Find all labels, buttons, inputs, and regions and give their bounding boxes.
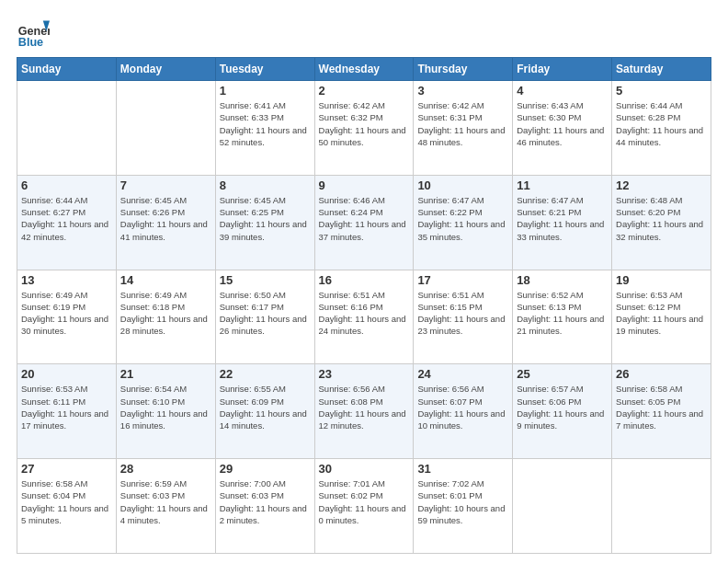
day-info: Sunrise: 6:49 AMSunset: 6:19 PMDaylight:… bbox=[21, 289, 112, 338]
day-number: 23 bbox=[319, 367, 410, 381]
calendar-cell: 9Sunrise: 6:46 AMSunset: 6:24 PMDaylight… bbox=[314, 175, 414, 270]
weekday-header: Sunday bbox=[17, 58, 117, 81]
day-number: 17 bbox=[417, 273, 508, 287]
day-info: Sunrise: 6:58 AMSunset: 6:04 PMDaylight:… bbox=[21, 477, 112, 526]
calendar-cell: 18Sunrise: 6:52 AMSunset: 6:13 PMDayligh… bbox=[513, 270, 612, 364]
calendar-cell: 23Sunrise: 6:56 AMSunset: 6:08 PMDayligh… bbox=[314, 364, 414, 459]
day-info: Sunrise: 6:56 AMSunset: 6:07 PMDaylight:… bbox=[417, 383, 508, 431]
weekday-header: Wednesday bbox=[314, 58, 414, 81]
calendar-week-row: 6Sunrise: 6:44 AMSunset: 6:27 PMDaylight… bbox=[17, 175, 711, 270]
calendar-cell: 29Sunrise: 7:00 AMSunset: 6:03 PMDayligh… bbox=[215, 459, 314, 554]
weekday-header: Friday bbox=[513, 58, 612, 81]
page: General Blue SundayMondayTuesdayWednesda… bbox=[0, 0, 728, 563]
day-number: 22 bbox=[220, 367, 311, 381]
day-number: 14 bbox=[120, 273, 211, 287]
calendar-cell: 22Sunrise: 6:55 AMSunset: 6:09 PMDayligh… bbox=[215, 364, 314, 459]
calendar-table: SundayMondayTuesdayWednesdayThursdayFrid… bbox=[17, 57, 711, 554]
calendar-cell: 27Sunrise: 6:58 AMSunset: 6:04 PMDayligh… bbox=[17, 459, 117, 554]
calendar-cell: 11Sunrise: 6:47 AMSunset: 6:21 PMDayligh… bbox=[513, 175, 612, 270]
day-info: Sunrise: 6:52 AMSunset: 6:13 PMDaylight:… bbox=[517, 289, 608, 338]
calendar-cell bbox=[513, 459, 612, 554]
calendar-cell: 30Sunrise: 7:01 AMSunset: 6:02 PMDayligh… bbox=[314, 459, 414, 554]
day-number: 26 bbox=[616, 367, 707, 381]
day-number: 11 bbox=[517, 178, 608, 192]
day-info: Sunrise: 6:53 AMSunset: 6:11 PMDaylight:… bbox=[21, 383, 112, 431]
day-info: Sunrise: 6:57 AMSunset: 6:06 PMDaylight:… bbox=[517, 383, 608, 431]
calendar-cell: 24Sunrise: 6:56 AMSunset: 6:07 PMDayligh… bbox=[414, 364, 513, 459]
calendar-cell: 17Sunrise: 6:51 AMSunset: 6:15 PMDayligh… bbox=[414, 270, 513, 364]
calendar-cell: 25Sunrise: 6:57 AMSunset: 6:06 PMDayligh… bbox=[513, 364, 612, 459]
day-info: Sunrise: 6:51 AMSunset: 6:15 PMDaylight:… bbox=[417, 289, 508, 338]
day-info: Sunrise: 6:47 AMSunset: 6:22 PMDaylight:… bbox=[417, 194, 508, 243]
calendar-cell bbox=[612, 459, 711, 554]
day-info: Sunrise: 6:44 AMSunset: 6:27 PMDaylight:… bbox=[21, 194, 112, 243]
day-info: Sunrise: 6:41 AMSunset: 6:33 PMDaylight:… bbox=[220, 99, 311, 148]
calendar-cell: 15Sunrise: 6:50 AMSunset: 6:17 PMDayligh… bbox=[215, 270, 314, 364]
calendar-week-row: 20Sunrise: 6:53 AMSunset: 6:11 PMDayligh… bbox=[17, 364, 711, 459]
day-info: Sunrise: 6:45 AMSunset: 6:26 PMDaylight:… bbox=[120, 194, 211, 243]
calendar-cell: 6Sunrise: 6:44 AMSunset: 6:27 PMDaylight… bbox=[17, 175, 117, 270]
day-number: 2 bbox=[319, 84, 410, 98]
day-number: 8 bbox=[220, 178, 311, 192]
day-info: Sunrise: 7:02 AMSunset: 6:01 PMDaylight:… bbox=[417, 477, 508, 526]
calendar-cell: 12Sunrise: 6:48 AMSunset: 6:20 PMDayligh… bbox=[612, 175, 711, 270]
weekday-header: Tuesday bbox=[215, 58, 314, 81]
day-number: 7 bbox=[120, 178, 211, 192]
day-info: Sunrise: 6:42 AMSunset: 6:32 PMDaylight:… bbox=[319, 99, 410, 148]
day-number: 21 bbox=[120, 367, 211, 381]
day-info: Sunrise: 7:01 AMSunset: 6:02 PMDaylight:… bbox=[319, 477, 410, 526]
day-info: Sunrise: 6:54 AMSunset: 6:10 PMDaylight:… bbox=[120, 383, 211, 431]
calendar-cell: 3Sunrise: 6:42 AMSunset: 6:31 PMDaylight… bbox=[414, 81, 513, 176]
calendar-cell bbox=[116, 81, 215, 176]
calendar-cell: 20Sunrise: 6:53 AMSunset: 6:11 PMDayligh… bbox=[17, 364, 117, 459]
weekday-header: Monday bbox=[116, 58, 215, 81]
calendar-cell: 7Sunrise: 6:45 AMSunset: 6:26 PMDaylight… bbox=[116, 175, 215, 270]
day-number: 31 bbox=[417, 462, 508, 476]
day-info: Sunrise: 6:58 AMSunset: 6:05 PMDaylight:… bbox=[616, 383, 707, 431]
day-number: 28 bbox=[120, 462, 211, 476]
day-info: Sunrise: 6:59 AMSunset: 6:03 PMDaylight:… bbox=[120, 477, 211, 526]
calendar-cell: 13Sunrise: 6:49 AMSunset: 6:19 PMDayligh… bbox=[17, 270, 117, 364]
calendar-week-row: 27Sunrise: 6:58 AMSunset: 6:04 PMDayligh… bbox=[17, 459, 711, 554]
day-number: 6 bbox=[21, 178, 112, 192]
logo-icon: General Blue bbox=[17, 17, 50, 50]
weekday-header: Saturday bbox=[612, 58, 711, 81]
day-number: 4 bbox=[517, 84, 608, 98]
day-info: Sunrise: 6:50 AMSunset: 6:17 PMDaylight:… bbox=[220, 289, 311, 338]
day-info: Sunrise: 6:56 AMSunset: 6:08 PMDaylight:… bbox=[319, 383, 410, 431]
day-number: 30 bbox=[319, 462, 410, 476]
calendar-cell: 31Sunrise: 7:02 AMSunset: 6:01 PMDayligh… bbox=[414, 459, 513, 554]
day-number: 27 bbox=[21, 462, 112, 476]
day-number: 19 bbox=[616, 273, 707, 287]
day-number: 24 bbox=[417, 367, 508, 381]
day-number: 20 bbox=[21, 367, 112, 381]
day-info: Sunrise: 6:45 AMSunset: 6:25 PMDaylight:… bbox=[220, 194, 311, 243]
calendar-cell: 8Sunrise: 6:45 AMSunset: 6:25 PMDaylight… bbox=[215, 175, 314, 270]
day-info: Sunrise: 6:43 AMSunset: 6:30 PMDaylight:… bbox=[517, 99, 608, 148]
calendar-cell: 28Sunrise: 6:59 AMSunset: 6:03 PMDayligh… bbox=[116, 459, 215, 554]
calendar-cell: 2Sunrise: 6:42 AMSunset: 6:32 PMDaylight… bbox=[314, 81, 414, 176]
calendar-cell bbox=[17, 81, 117, 176]
day-info: Sunrise: 6:48 AMSunset: 6:20 PMDaylight:… bbox=[616, 194, 707, 243]
day-number: 1 bbox=[220, 84, 311, 98]
calendar-week-row: 1Sunrise: 6:41 AMSunset: 6:33 PMDaylight… bbox=[17, 81, 711, 176]
day-number: 29 bbox=[220, 462, 311, 476]
day-number: 18 bbox=[517, 273, 608, 287]
day-number: 9 bbox=[319, 178, 410, 192]
day-number: 5 bbox=[616, 84, 707, 98]
calendar-cell: 21Sunrise: 6:54 AMSunset: 6:10 PMDayligh… bbox=[116, 364, 215, 459]
calendar-cell: 19Sunrise: 6:53 AMSunset: 6:12 PMDayligh… bbox=[612, 270, 711, 364]
day-info: Sunrise: 6:42 AMSunset: 6:31 PMDaylight:… bbox=[417, 99, 508, 148]
calendar-cell: 4Sunrise: 6:43 AMSunset: 6:30 PMDaylight… bbox=[513, 81, 612, 176]
day-number: 25 bbox=[517, 367, 608, 381]
calendar-cell: 26Sunrise: 6:58 AMSunset: 6:05 PMDayligh… bbox=[612, 364, 711, 459]
day-info: Sunrise: 6:47 AMSunset: 6:21 PMDaylight:… bbox=[517, 194, 608, 243]
day-info: Sunrise: 6:44 AMSunset: 6:28 PMDaylight:… bbox=[616, 99, 707, 148]
calendar-cell: 5Sunrise: 6:44 AMSunset: 6:28 PMDaylight… bbox=[612, 81, 711, 176]
day-number: 13 bbox=[21, 273, 112, 287]
day-number: 10 bbox=[417, 178, 508, 192]
logo: General Blue bbox=[17, 17, 50, 50]
calendar-cell: 1Sunrise: 6:41 AMSunset: 6:33 PMDaylight… bbox=[215, 81, 314, 176]
day-number: 3 bbox=[417, 84, 508, 98]
day-number: 15 bbox=[220, 273, 311, 287]
